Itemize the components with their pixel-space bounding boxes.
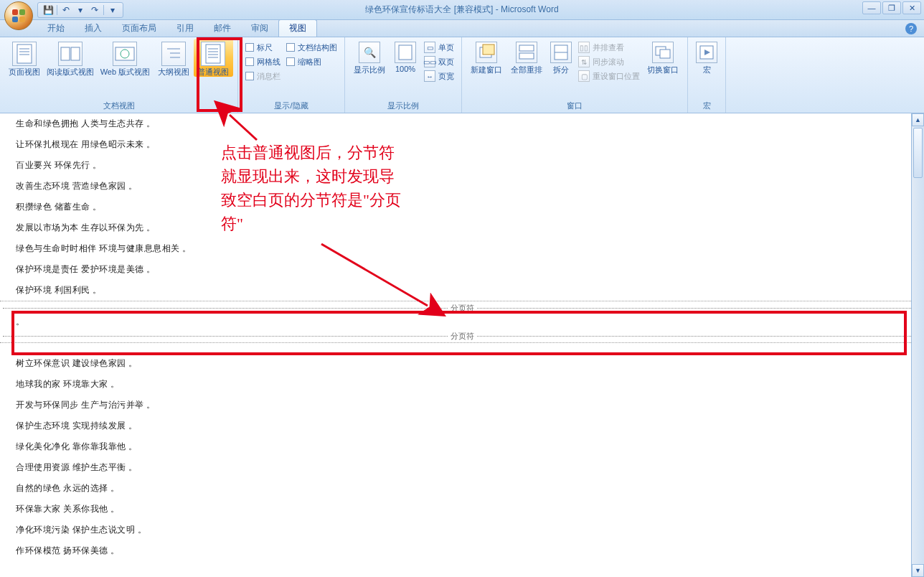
window-controls: — ❐ ✕ <box>862 1 921 14</box>
group-label-show: 显示/隐藏 <box>242 99 340 113</box>
document-line: 保护环境是责任 爱护环境是美德 。 <box>0 259 924 280</box>
vertical-scrollbar[interactable]: ▲ ▼ <box>911 113 924 577</box>
save-icon[interactable]: 💾 <box>42 4 54 16</box>
group-window: 新建窗口 全部重排 拆分 ▯▯并排查看 ⇅同步滚动 ▢重设窗口位置 <box>462 37 688 113</box>
document-line: 开发与环保同步 生产与治污并举 。 <box>0 395 924 416</box>
scroll-thumb[interactable] <box>913 128 923 178</box>
tab-home[interactable]: 开始 <box>37 20 75 37</box>
scroll-up-button[interactable]: ▲ <box>912 113 924 126</box>
normal-view-icon <box>201 42 225 66</box>
page-break-indicator: 分页符 <box>0 329 924 342</box>
svg-rect-19 <box>519 45 534 51</box>
page-break-indicator: 分页符 <box>0 301 924 314</box>
document-line: 绿化美化净化 靠你靠我靠他 。 <box>0 436 924 457</box>
page-width-icon: ↔ <box>424 70 435 82</box>
undo-icon[interactable]: ↶ <box>60 4 72 16</box>
page-layout-view-icon <box>12 42 37 66</box>
svg-rect-4 <box>61 47 70 60</box>
zoom-100-button[interactable]: 100% <box>390 39 421 73</box>
macros-icon <box>696 42 717 63</box>
svg-rect-11 <box>206 44 220 63</box>
ribbon-tabs: 开始 插入 页面布局 引用 邮件 审阅 视图 ? <box>0 20 924 37</box>
svg-rect-0 <box>17 44 32 63</box>
document-map-checkbox[interactable]: 文档结构图 <box>286 40 337 55</box>
scroll-down-button[interactable]: ▼ <box>912 564 924 577</box>
document-line: 保护环境 利国利民 。 <box>0 280 924 301</box>
document-line: 。 <box>0 314 924 329</box>
tab-layout[interactable]: 页面布局 <box>112 20 166 37</box>
ruler-checkbox[interactable]: 标尺 <box>245 40 280 55</box>
new-window-icon <box>476 42 497 63</box>
web-layout-view-button[interactable]: Web 版式视图 <box>97 39 154 77</box>
side-by-side-button[interactable]: ▯▯并排查看 <box>578 40 640 55</box>
arrange-all-button[interactable]: 全部重排 <box>506 39 547 75</box>
outline-view-button[interactable]: 大纲视图 <box>154 39 193 77</box>
annotation-text: 点击普通视图后，分节符就显现出来，这时发现导致空白页的分节符是"分页符" <box>221 141 407 235</box>
sync-scroll-button[interactable]: ⇅同步滚动 <box>578 55 640 69</box>
title-bar: 💾 ↶ ▾ ↷ ▾ 绿色环保宣传标语大全 [兼容模式] - Microsoft … <box>0 0 924 20</box>
thumbnails-checkbox[interactable]: 缩略图 <box>286 55 337 69</box>
dropdown-icon[interactable]: ▾ <box>75 4 86 16</box>
tab-review[interactable]: 审阅 <box>241 20 278 37</box>
two-pages-icon: ▭▭ <box>424 56 435 67</box>
svg-rect-16 <box>399 45 412 60</box>
help-icon[interactable]: ? <box>905 23 917 34</box>
reset-pos-icon: ▢ <box>578 70 590 82</box>
document-line: 净化环境污染 保护生态说文明 。 <box>0 520 924 540</box>
tab-references[interactable]: 引用 <box>166 20 204 37</box>
group-label-views: 文档视图 <box>4 99 233 113</box>
minimize-button[interactable]: — <box>862 1 881 14</box>
tab-mail[interactable]: 邮件 <box>204 20 241 37</box>
group-label-macros: 宏 <box>692 99 721 113</box>
macros-button[interactable]: 宏 <box>692 39 721 75</box>
document-line: 让环保扎根现在 用绿色昭示未来 。 <box>0 134 924 155</box>
quick-access-toolbar: 💾 ↶ ▾ ↷ ▾ <box>37 2 123 18</box>
document-line: 生命和绿色拥抱 人类与生态共存 。 <box>0 113 924 134</box>
group-document-views: 页面视图 阅读版式视图 Web 版式视图 大纲视图 <box>0 37 238 113</box>
group-macros: 宏 宏 <box>688 37 726 113</box>
gridlines-checkbox[interactable]: 网格线 <box>245 55 280 69</box>
svg-rect-5 <box>71 47 80 60</box>
document-line: 绿色与生命时时相伴 环境与健康息息相关 。 <box>0 238 924 259</box>
qat-customize-icon[interactable]: ▾ <box>107 4 118 16</box>
office-button[interactable] <box>4 1 33 30</box>
side-by-side-icon: ▯▯ <box>578 42 590 53</box>
svg-rect-24 <box>660 50 670 58</box>
document-line: 改善生态环境 营造绿色家园 。 <box>0 176 924 197</box>
page-layout-view-button[interactable]: 页面视图 <box>4 39 44 77</box>
split-button[interactable]: 拆分 <box>547 39 575 75</box>
outline-view-icon <box>161 42 186 66</box>
document-area: 生命和绿色拥抱 人类与生态共存 。让环保扎根现在 用绿色昭示未来 。百业要兴 环… <box>0 113 924 577</box>
group-label-window: 窗口 <box>466 99 683 113</box>
sync-scroll-icon: ⇅ <box>578 56 590 67</box>
page-width-button[interactable]: ↔页宽 <box>424 69 454 83</box>
new-window-button[interactable]: 新建窗口 <box>466 39 506 75</box>
zoom-button[interactable]: 🔍 显示比例 <box>349 39 390 75</box>
document-line: 作环保模范 扬环保美德 。 <box>0 540 924 561</box>
two-pages-button[interactable]: ▭▭双页 <box>424 55 454 69</box>
redo-icon[interactable]: ↷ <box>89 4 100 16</box>
document-line: 积攒绿色 储蓄生命 。 <box>0 197 924 217</box>
close-button[interactable]: ✕ <box>902 1 921 14</box>
message-bar-checkbox[interactable]: 消息栏 <box>245 69 280 83</box>
zoom-100-icon <box>395 42 416 63</box>
one-page-icon: ▭ <box>424 42 435 53</box>
document-line: 发展以市场为本 生存以环保为先 。 <box>0 217 924 238</box>
reset-window-pos-button[interactable]: ▢重设窗口位置 <box>578 69 640 83</box>
office-logo-icon <box>12 9 25 22</box>
document-line: 环保靠大家 关系你我他 。 <box>0 499 924 520</box>
normal-view-button[interactable]: 普通视图 <box>194 39 233 77</box>
one-page-button[interactable]: ▭单页 <box>424 40 454 55</box>
web-layout-icon <box>113 42 137 66</box>
svg-rect-18 <box>483 44 494 55</box>
document-line: 地球我的家 环境靠大家 。 <box>0 374 924 395</box>
maximize-button[interactable]: ❐ <box>882 1 901 14</box>
ribbon: 页面视图 阅读版式视图 Web 版式视图 大纲视图 <box>0 37 924 113</box>
switch-window-button[interactable]: 切换窗口 <box>643 39 683 75</box>
window-title: 绿色环保宣传标语大全 [兼容模式] - Microsoft Word <box>365 4 558 16</box>
group-show-hide: 标尺 网格线 消息栏 文档结构图 缩略图 显示/隐藏 <box>238 37 345 113</box>
reading-layout-view-button[interactable]: 阅读版式视图 <box>44 39 96 77</box>
document-line: 合理使用资源 维护生态平衡 。 <box>0 457 924 478</box>
tab-insert[interactable]: 插入 <box>75 20 112 37</box>
tab-view[interactable]: 视图 <box>278 19 317 37</box>
